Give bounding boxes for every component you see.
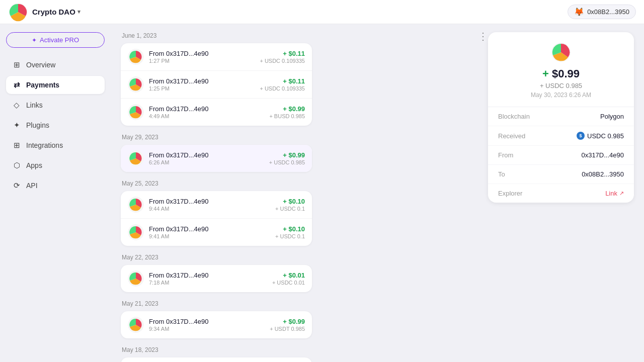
- explorer-label: Explorer: [498, 190, 522, 197]
- tx-token-amount: + USDC 0.109335: [260, 58, 305, 64]
- external-link-icon: ↗: [619, 190, 624, 197]
- blockchain-label: Blockchain: [498, 113, 530, 120]
- tx-usd-amount: + $0.99: [270, 318, 305, 325]
- tx-time: 6:26 AM: [149, 159, 269, 165]
- tx-avatar-icon: [128, 224, 144, 240]
- tx-avatar-icon: [128, 104, 144, 120]
- tx-time: 9:44 AM: [149, 206, 275, 212]
- tx-usd-amount: + $0.10: [275, 198, 305, 205]
- tx-usd-amount: + $0.11: [260, 50, 305, 57]
- table-row[interactable]: From 0x317D...4e90 1:25 PM + $0.11 + USD…: [121, 71, 312, 99]
- tx-avatar-icon: [128, 197, 144, 213]
- table-row[interactable]: From 0x317D...4e90 7:18 AM + $0.01 + USD…: [121, 265, 312, 292]
- received-value: $ USDC 0.985: [577, 132, 624, 140]
- sidebar-label-payments: Payments: [26, 81, 59, 89]
- tx-time: 7:18 AM: [149, 280, 272, 286]
- detail-header: + $0.99 + USDC 0.985 May 30, 2023 6:26 A…: [488, 32, 634, 107]
- tx-from: From 0x317D...4e90: [149, 77, 260, 85]
- more-options-button[interactable]: ⋮: [478, 30, 488, 42]
- date-group-may22: May 22, 2023 From 0x317D...4e90: [121, 254, 312, 292]
- sidebar-label-api: API: [26, 182, 38, 190]
- usdc-icon: $: [577, 132, 585, 140]
- tx-token-amount: + USDC 0.985: [269, 159, 305, 165]
- transaction-detail-panel: + $0.99 + USDC 0.985 May 30, 2023 6:26 A…: [488, 32, 634, 354]
- date-label-may21: May 21, 2023: [121, 300, 312, 307]
- date-label-june1: June 1, 2023: [121, 32, 312, 39]
- sidebar-item-integrations[interactable]: ⊞ Integrations: [6, 136, 105, 154]
- sidebar-item-api[interactable]: ⟳ API: [6, 176, 105, 195]
- transaction-group-may22: From 0x317D...4e90 7:18 AM + $0.01 + USD…: [121, 265, 312, 292]
- table-row[interactable]: From 0x317D...4e90 9:34 AM + $0.99 + USD…: [121, 311, 312, 338]
- sidebar-label-integrations: Integrations: [26, 141, 63, 149]
- detail-row-explorer: Explorer Link ↗: [488, 184, 634, 203]
- tx-usd-amount: + $0.10: [275, 225, 305, 233]
- apps-icon: ⬡: [12, 161, 21, 170]
- header-left: Crypto DAO ▾: [8, 2, 80, 22]
- tx-usd-amount: + $0.01: [272, 272, 305, 279]
- sidebar-label-overview: Overview: [26, 61, 55, 69]
- tx-token-amount: + USDC 0.1: [275, 206, 305, 212]
- transaction-group-may25: From 0x317D...4e90 9:44 AM + $0.10 + USD…: [121, 191, 312, 246]
- table-row[interactable]: From 0x317D...4e90 9:44 AM + $0.10 + USD…: [121, 191, 312, 219]
- tx-time: 9:34 AM: [149, 326, 270, 332]
- explorer-link[interactable]: Link ↗: [605, 190, 624, 197]
- to-value: 0x08B2...3950: [582, 170, 624, 178]
- detail-amount-usd: + $0.99: [542, 67, 580, 80]
- sidebar-item-links[interactable]: ◇ Links: [6, 96, 105, 114]
- tx-from: From 0x317D...4e90: [149, 151, 269, 159]
- sidebar-item-plugins[interactable]: ✦ Plugins: [6, 116, 105, 134]
- tx-from: From 0x317D...4e90: [149, 272, 272, 279]
- tx-avatar-icon: [128, 76, 144, 93]
- sidebar-item-apps[interactable]: ⬡ Apps: [6, 156, 105, 174]
- overview-icon: ⊞: [12, 60, 21, 69]
- integrations-icon: ⊞: [12, 141, 21, 150]
- activate-pro-button[interactable]: ✦ Activate PRO: [6, 32, 105, 48]
- wallet-badge[interactable]: 🦊 0x08B2...3950: [568, 5, 636, 19]
- tx-usd-amount: + $0.99: [269, 105, 305, 113]
- date-group-may18: May 18, 2023 From 0x5B51...d5AF: [121, 346, 312, 362]
- date-group-may29: May 29, 2023 From 0x317D...4e90: [121, 134, 312, 172]
- sidebar-item-payments[interactable]: ⇄ Payments: [6, 76, 105, 94]
- top-header: Crypto DAO ▾ 🦊 0x08B2...3950: [0, 0, 644, 24]
- detail-date: May 30, 2023 6:26 AM: [531, 92, 591, 99]
- app-name-header[interactable]: Crypto DAO ▾: [32, 8, 80, 16]
- tx-avatar-icon: [128, 49, 144, 65]
- tx-token-amount: + USDT 0.985: [270, 326, 305, 332]
- tx-from: From 0x317D...4e90: [149, 50, 260, 57]
- date-label-may29: May 29, 2023: [121, 134, 312, 141]
- tx-usd-amount: + $0.11: [260, 77, 305, 85]
- date-group-may21: May 21, 2023 From 0x317D...4e90: [121, 300, 312, 338]
- table-row[interactable]: From 0x317D...4e90 9:41 AM + $0.10 + USD…: [121, 219, 312, 246]
- tx-usd-amount: + $0.99: [269, 151, 305, 159]
- tx-token-amount: + USDC 0.109335: [260, 85, 305, 92]
- tx-token-amount: + USDC 0.1: [275, 233, 305, 239]
- date-label-may18: May 18, 2023: [121, 346, 312, 353]
- sidebar-item-overview[interactable]: ⊞ Overview: [6, 56, 105, 74]
- table-row[interactable]: From 0x317D...4e90 4:49 AM + $0.99 + BUS…: [121, 99, 312, 126]
- table-row[interactable]: From 0x317D...4e90 6:26 AM + $0.99 + USD…: [121, 145, 312, 172]
- received-label: Received: [498, 132, 525, 140]
- detail-row-to: To 0x08B2...3950: [488, 165, 634, 184]
- detail-card: + $0.99 + USDC 0.985 May 30, 2023 6:26 A…: [488, 32, 634, 203]
- main-layout: ✦ Activate PRO ⊞ Overview ⇄ Payments ◇ L…: [0, 24, 644, 362]
- api-icon: ⟳: [12, 181, 21, 190]
- payments-icon: ⇄: [12, 80, 21, 89]
- date-group-may25: May 25, 2023 From 0x317D...4e90: [121, 180, 312, 246]
- tx-avatar-icon: [128, 150, 144, 166]
- wallet-address: 0x08B2...3950: [587, 8, 629, 16]
- tx-time: 1:27 PM: [149, 58, 260, 64]
- detail-rows: Blockchain Polygon Received $ USDC 0.985…: [488, 107, 634, 203]
- sidebar: ✦ Activate PRO ⊞ Overview ⇄ Payments ◇ L…: [0, 24, 111, 362]
- dropdown-chevron-icon: ▾: [77, 9, 80, 15]
- to-label: To: [498, 170, 505, 178]
- tx-token-amount: + USDC 0.01: [272, 280, 305, 286]
- tx-from: From 0x317D...4e90: [149, 105, 269, 113]
- detail-row-from: From 0x317D...4e90: [488, 146, 634, 165]
- tx-time: 1:25 PM: [149, 85, 260, 92]
- table-row[interactable]: From 0x5B51...d5AF + $0.99: [121, 357, 312, 362]
- tx-from: From 0x317D...4e90: [149, 225, 275, 233]
- table-row[interactable]: From 0x317D...4e90 1:27 PM + $0.11 + USD…: [121, 43, 312, 71]
- date-group-june1: June 1, 2023 From 0x317D...4e90: [121, 32, 312, 126]
- transaction-list-container: June 1, 2023 From 0x317D...4e90: [111, 24, 488, 362]
- date-label-may25: May 25, 2023: [121, 180, 312, 187]
